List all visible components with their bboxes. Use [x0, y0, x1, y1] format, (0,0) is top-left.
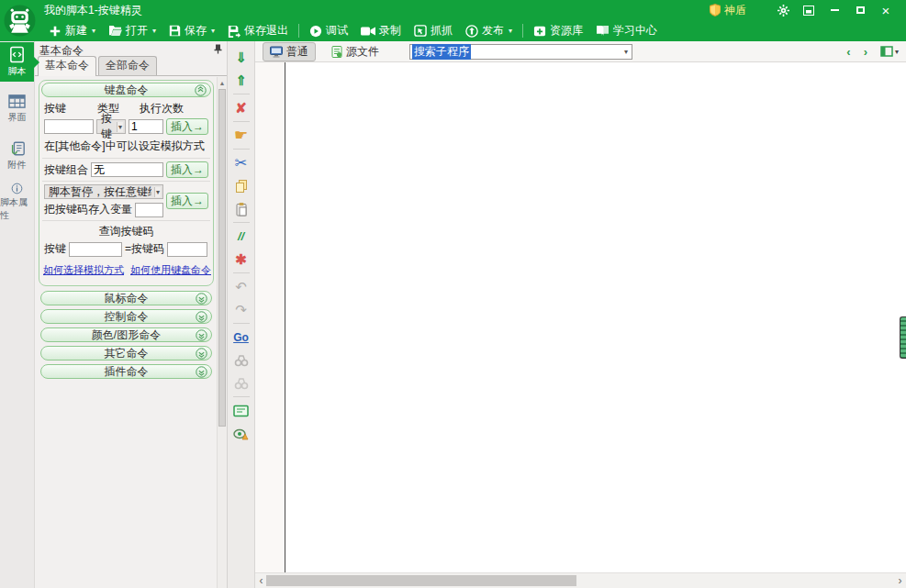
plugin-section-header[interactable]: 插件命令 — [40, 364, 212, 379]
type-select-value: 按键 — [101, 111, 114, 142]
tab-normal-view[interactable]: 普通 — [263, 42, 316, 61]
save-button[interactable]: 保存 ▾ — [162, 21, 221, 40]
learning-center-button[interactable]: 学习中心 — [589, 21, 664, 40]
shield-icon — [710, 4, 721, 17]
resource-library-button[interactable]: 资源库 — [527, 21, 589, 40]
capture-icon — [414, 25, 427, 37]
expand-icon — [196, 348, 207, 362]
sidebar-item-interface[interactable]: 界面 — [0, 89, 34, 128]
insert-combo-button[interactable]: 插入→ — [166, 161, 208, 178]
insert-pause-button[interactable]: 插入→ — [166, 193, 208, 209]
toolbar-label: 发布 — [482, 23, 504, 39]
pause-mode-select[interactable]: 脚本暂停，按任意键继续 ▾ — [44, 184, 163, 199]
tab-all-commands[interactable]: 全部命令 — [98, 56, 157, 75]
drag-hand-icon[interactable]: ☛ — [230, 125, 252, 146]
paste-icon[interactable] — [230, 198, 252, 219]
horizontal-scrollbar[interactable]: ‹ › — [255, 572, 906, 588]
chevron-down-icon: ▾ — [211, 27, 215, 35]
sidebar-item-script[interactable]: 脚本 — [0, 42, 34, 82]
store-keycode-input[interactable] — [135, 203, 163, 217]
plus-icon — [49, 25, 62, 38]
navigate-forward-button[interactable]: › — [864, 45, 867, 59]
code-editor[interactable] — [255, 62, 906, 572]
query-key-input[interactable] — [69, 242, 122, 257]
query-key-label: 按键 — [44, 241, 66, 257]
scrollbar-thumb[interactable] — [266, 575, 576, 586]
tab-basic-commands[interactable]: 基本命令 — [38, 56, 96, 76]
color-graphics-section-header[interactable]: 颜色/图形命令 — [40, 327, 212, 342]
grid-icon — [8, 94, 26, 109]
move-up-icon[interactable]: ⇑ — [230, 70, 252, 91]
publish-button[interactable]: 发布 ▾ — [459, 21, 519, 40]
sidebar-item-label: 界面 — [8, 111, 27, 124]
keyboard-section-header[interactable]: 键盘命令 — [41, 83, 211, 97]
tab-label: 全部命令 — [106, 59, 150, 72]
find-icon[interactable] — [230, 349, 252, 371]
expand-icon — [196, 311, 207, 326]
main-toolbar: 新建 ▾ 打开 ▾ 保存 ▾ 保存退出 调试 — [0, 20, 906, 41]
shield-label: 神盾 — [724, 3, 746, 18]
play-circle-icon — [309, 25, 322, 38]
select-block-icon[interactable] — [230, 400, 252, 421]
redo-icon[interactable]: ↷ — [230, 299, 252, 320]
scrollbar-thumb[interactable] — [218, 89, 226, 427]
mini-mode-button[interactable] — [796, 1, 822, 19]
navigate-back-button[interactable]: ‹ — [846, 45, 850, 59]
editor-top-bar: 普通 源文件 搜索子程序 ▾ ‹ › — [255, 41, 906, 62]
sidebar-item-properties[interactable]: 脚本属性 — [0, 183, 34, 222]
record-button[interactable]: 录制 — [354, 21, 408, 40]
goto-line-icon[interactable]: Go — [230, 327, 252, 348]
toolbar-label: 新建 — [65, 23, 87, 39]
link-simulation-help[interactable]: 如何选择模拟方式 — [43, 263, 124, 277]
undo-icon[interactable]: ↶ — [230, 276, 252, 297]
count-input[interactable] — [129, 119, 163, 134]
subroutine-search-combobox[interactable]: 搜索子程序 ▾ — [409, 44, 632, 60]
scroll-up-arrow[interactable]: ▲ — [218, 77, 227, 88]
open-button[interactable]: 打开 ▾ — [102, 21, 162, 40]
capture-button[interactable]: 抓抓 — [408, 21, 459, 40]
scroll-right-arrow[interactable]: › — [894, 573, 906, 588]
find-next-icon[interactable] — [230, 372, 252, 394]
comment-icon[interactable]: // — [230, 226, 252, 247]
key-input[interactable] — [44, 119, 94, 134]
other-section-header[interactable]: 其它命令 — [40, 346, 212, 361]
side-panel-handle[interactable] — [900, 316, 906, 359]
move-down-icon[interactable]: ⇓ — [230, 47, 252, 68]
debug-button[interactable]: 调试 — [303, 21, 354, 40]
toolbar-divider — [522, 24, 523, 38]
settings-button[interactable] — [770, 1, 796, 19]
copy-icon[interactable] — [230, 175, 252, 196]
mouse-section-header[interactable]: 鼠标命令 — [40, 291, 212, 305]
insert-key-button[interactable]: 插入→ — [166, 118, 208, 135]
uncomment-icon[interactable]: ✱ — [230, 249, 252, 270]
section-title: 颜色/图形命令 — [92, 327, 161, 343]
tab-source-file[interactable]: 源文件 — [325, 43, 386, 61]
save-icon — [169, 25, 181, 37]
mini-window-icon — [803, 6, 814, 16]
section-title: 键盘命令 — [105, 83, 149, 98]
editor-margin-line — [285, 62, 285, 572]
maximize-button[interactable] — [847, 1, 873, 19]
delete-line-icon[interactable]: ✘ — [230, 97, 252, 118]
panel-scrollbar[interactable]: ▲ — [217, 77, 227, 588]
pin-button[interactable] — [214, 44, 222, 57]
cut-icon[interactable]: ✂ — [230, 152, 252, 173]
new-button[interactable]: 新建 ▾ — [42, 21, 102, 40]
search-selected-text: 搜索子程序 — [412, 44, 471, 60]
query-code-input[interactable] — [167, 242, 207, 257]
sidebar-item-attachment[interactable]: 附件 — [0, 136, 34, 175]
shield-button[interactable]: 神盾 — [710, 3, 746, 18]
save-exit-button[interactable]: 保存退出 — [221, 21, 295, 40]
close-icon: × — [882, 4, 890, 17]
minimize-button[interactable] — [822, 1, 847, 19]
control-section-header[interactable]: 控制命令 — [40, 309, 212, 324]
collapse-icon[interactable] — [195, 84, 207, 99]
key-combo-input[interactable] — [91, 162, 163, 177]
close-button[interactable]: × — [873, 1, 899, 19]
type-select[interactable]: 按键 ▾ — [96, 119, 126, 134]
layout-switch-button[interactable]: ▾ — [880, 46, 899, 57]
syntax-check-icon[interactable] — [230, 423, 252, 444]
toolbar-label: 学习中心 — [613, 23, 657, 39]
link-keyboard-help[interactable]: 如何使用键盘命令 — [130, 263, 211, 277]
app-window: 我的脚本1-按键精灵 神盾 — [0, 0, 906, 588]
